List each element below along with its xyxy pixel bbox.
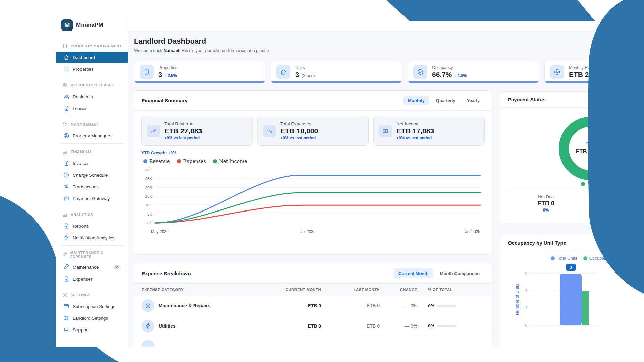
sidebar-item-reports[interactable]: Reports (60, 220, 124, 232)
sidebar-item-subscription-settings[interactable]: Subscription Settings (60, 301, 124, 312)
category-icon-circle (142, 320, 154, 333)
legend-dot (551, 256, 555, 260)
legend-dot (213, 159, 217, 163)
sidebar-item-transactions[interactable]: Transactions (60, 181, 124, 192)
tab-quarterly[interactable]: Quarterly (431, 96, 460, 105)
sidebar-item-leases[interactable]: Leases (60, 103, 124, 114)
tools-icon (145, 303, 151, 309)
sidebar-item-notification-analytics[interactable]: Notification Analytics (60, 232, 124, 243)
expense-breakdown-title: Expense Breakdown (142, 270, 191, 276)
payment-status-title: Payment Status (508, 97, 546, 102)
sidebar-item-residents[interactable]: Residents (60, 91, 124, 102)
payment-status-panel: Payment Status TotalETB 27,083 Paid Not … (500, 91, 644, 224)
category-name: Maintenance & Repairs (159, 303, 210, 308)
building-icon (63, 66, 69, 72)
svg-text:3: 3 (570, 265, 572, 270)
summary-label: Total Expenses (280, 121, 318, 126)
change-value: — 0% (380, 303, 417, 308)
tab-monthly[interactable]: Monthly (403, 96, 429, 105)
sidebar-item-dashboard[interactable]: Dashboard (56, 52, 128, 63)
summary-delta: +0% vs last period (280, 136, 318, 140)
sidebar-section-label: Analytics (71, 213, 93, 217)
svg-text:10K: 10K (145, 203, 152, 207)
svg-text:1: 1 (525, 306, 527, 310)
sidebar-section-residents-leases: Residents & LeasesResidentsLeases (60, 77, 124, 114)
building-icon (62, 43, 68, 49)
stat-value-row: 3(2 occ) (295, 71, 315, 79)
paid-legend-dot (581, 182, 585, 186)
report-icon (63, 223, 69, 229)
person-circle-icon (63, 133, 69, 139)
page-title: Landlord Dashboard (134, 37, 269, 46)
tab-yearly[interactable]: Yearly (462, 96, 484, 105)
summary-value: ETB 10,000 (280, 127, 318, 135)
stat-text: Monthly RevenueETB 27,083 (569, 65, 606, 79)
sidebar-item-properties[interactable]: Properties (60, 63, 124, 75)
tab-current-month[interactable]: Current Month (394, 268, 433, 278)
sidebar-section-financial: FinancialInvoicesCharge ScheduleTransact… (60, 143, 124, 204)
svg-text:5K: 5K (147, 212, 152, 216)
change-value: — 0% (380, 323, 417, 329)
sidebar-item-property-managers[interactable]: Property Managers (60, 130, 124, 141)
stat-text: Properties3↑ 2.5% (158, 65, 177, 79)
donut-legend: Paid (581, 181, 596, 186)
sidebar-item-maintenance[interactable]: Maintenance2 (60, 261, 124, 273)
summary-icon-box (379, 125, 392, 137)
summary-value: ETB 27,083 (164, 127, 202, 135)
sidebar-section-management: ManagementProperty Managers (60, 116, 124, 141)
lightning-icon (145, 323, 151, 329)
category-icon-circle (142, 299, 154, 312)
report-icon (63, 276, 69, 282)
sidebar-section-settings: SettingsSubscription SettingsLandlord Se… (60, 287, 124, 336)
table-row-maintenance-repairs[interactable]: Maintenance & RepairsETB 0ETB 0— 0%0% (134, 296, 492, 316)
sidebar-item-label: Notification Analytics (73, 235, 121, 240)
wallet-icon (63, 195, 69, 201)
sidebar-item-invoices[interactable]: Invoices (60, 158, 124, 169)
sidebar-item-label: Leases (73, 106, 121, 111)
category-name: Utilities (159, 323, 176, 329)
svg-text:Jul 2025: Jul 2025 (300, 229, 316, 234)
sidebar-item-label: Charge Schedule (73, 173, 121, 178)
sidebar-item-label: Subscription Settings (73, 304, 121, 309)
sidebar-section-label: Residents & Leases (71, 83, 114, 87)
stat-card-row: Properties3↑ 2.5%Units3(2 occ)Occupancy6… (134, 61, 644, 83)
svg-text:0: 0 (525, 323, 527, 328)
not-due-value: ETB 0 (537, 200, 554, 207)
summary-value: ETB 17,083 (396, 127, 434, 135)
welcome-prefix: Welcome back (134, 48, 162, 54)
welcome-name: Natnael (164, 48, 179, 53)
sidebar-item-expenses[interactable]: Expenses (60, 273, 124, 285)
sidebar-item-payment-gateway[interactable]: Payment Gateway (60, 193, 124, 204)
table-row-utilities[interactable]: UtilitiesETB 0ETB 0— 0%0% (134, 316, 492, 336)
sidebar-section-maintenance-expenses: Maintenance & ExpensesMaintenance2Expens… (60, 245, 124, 285)
occupancy-panel: Occupancy by Unit Type Total UnitsOccupi… (500, 235, 644, 347)
people-icon (63, 94, 69, 100)
legend-item-expenses: Expenses (177, 159, 206, 164)
not-due-label: Not Due (538, 194, 554, 199)
last-month-value: ETB 0 (321, 303, 380, 308)
sidebar-section-label: Maintenance & Expenses (70, 251, 122, 259)
app-window: M MiranaPM Property ManagementDashboardP… (56, 13, 644, 347)
svg-text:Jul 2025: Jul 2025 (465, 229, 481, 234)
summary-card-total-expenses: Total ExpensesETB 10,000+0% vs last peri… (257, 116, 369, 146)
summary-delta: +0% vs last period (396, 136, 434, 140)
svg-text:0K: 0K (147, 221, 152, 225)
legend-dot (583, 256, 587, 260)
not-due-card: Not Due ETB 0 0% (507, 190, 585, 217)
tab-month-comparison[interactable]: Month Comparison (435, 268, 484, 278)
sidebar-item-landlord-settings[interactable]: Landlord Settings (60, 312, 124, 324)
legend-label: Net Income (219, 159, 247, 164)
financial-summary-panel: Financial Summary MonthlyQuarterlyYearly… (134, 90, 492, 255)
blank-icon (145, 343, 151, 347)
summary-card-row: Total RevenueETB 27,083+0% vs last perio… (134, 111, 492, 146)
sidebar-section-header-property-management: Property Management (60, 41, 124, 51)
building-icon (143, 69, 150, 75)
column-header-expense-category: Expense Category (142, 288, 267, 292)
sidebar-item-label: Reports (73, 224, 121, 229)
sidebar-item-support[interactable]: Support (60, 324, 124, 336)
stat-icon-box (140, 65, 154, 79)
stat-icon-box (276, 65, 290, 79)
svg-text:3: 3 (525, 271, 527, 276)
sidebar-item-charge-schedule[interactable]: Charge Schedule (60, 169, 124, 181)
stat-card-properties: Properties3↑ 2.5% (134, 61, 265, 83)
